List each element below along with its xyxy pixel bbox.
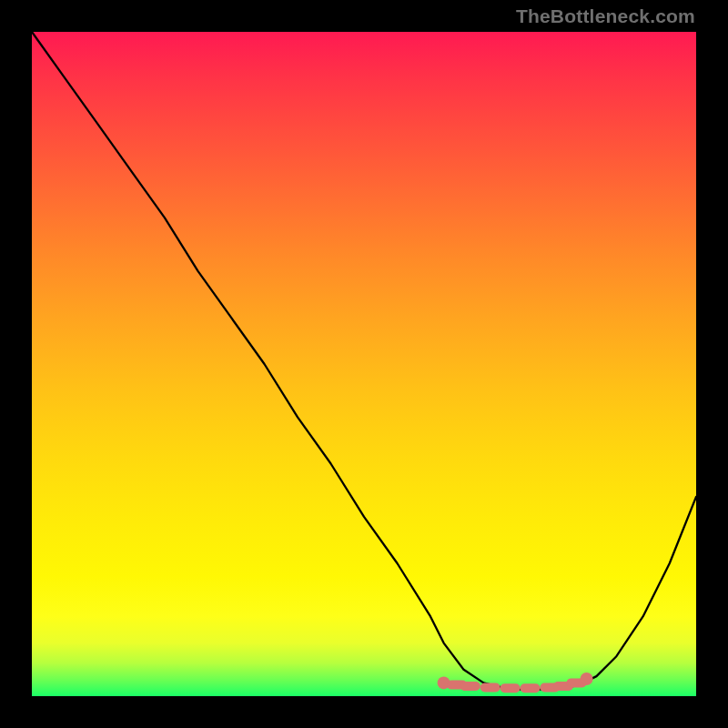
watermark-text: TheBottleneck.com [516, 5, 695, 27]
chart-container: TheBottleneck.com [0, 0, 728, 728]
optimal-marker [480, 683, 500, 693]
optimal-marker [581, 672, 593, 685]
optimal-range-markers [438, 672, 593, 693]
optimal-marker [500, 683, 521, 693]
bottleneck-curve [32, 32, 696, 690]
optimal-marker [460, 682, 480, 691]
optimal-marker [521, 683, 541, 693]
chart-svg [32, 32, 696, 696]
plot-area [32, 32, 696, 696]
